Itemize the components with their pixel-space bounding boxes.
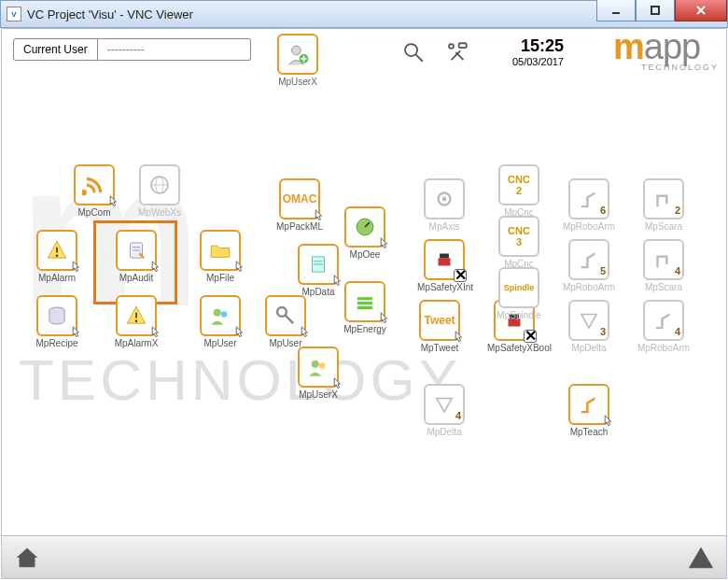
roboarm-icon [577, 187, 601, 211]
user-add-icon [286, 42, 310, 66]
cursor-icon [598, 414, 615, 431]
mpalarmx-button[interactable]: MpAlarmX [109, 295, 163, 348]
svg-line-12 [455, 52, 463, 60]
vnc-logo-icon: V [7, 7, 21, 21]
svg-point-24 [135, 319, 137, 321]
window-title: VC Project 'Visu' - VNC Viewer [27, 7, 193, 21]
mproboarm5-button[interactable]: 5 MpRoboArm [562, 239, 616, 292]
x-badge: ✕ [524, 330, 537, 343]
mprecipe-button[interactable]: MpRecipe [30, 295, 84, 348]
time: 15:25 [497, 36, 564, 56]
globe-icon [147, 173, 172, 197]
mpsafetyxint-button[interactable]: ✕ MpSafetyXInt [417, 239, 471, 292]
mpalarm-button[interactable]: MpAlarm [30, 230, 84, 283]
window-titlebar: V VC Project 'Visu' - VNC Viewer [0, 0, 728, 28]
mproboarm6-button[interactable]: 6 MpRoboArm [562, 178, 616, 232]
mproboarm4-button[interactable]: 4 MpRoboArm [637, 300, 691, 353]
mpscara4-button[interactable]: 4 MpScara [637, 239, 691, 292]
svg-point-37 [319, 362, 326, 369]
alert-button[interactable] [687, 544, 715, 574]
safety-icon [432, 248, 456, 272]
home-button[interactable] [13, 544, 41, 574]
footer [2, 535, 726, 578]
tools-icon [445, 40, 469, 64]
svg-line-9 [415, 54, 422, 61]
cursor-icon [374, 311, 391, 328]
close-button[interactable] [675, 0, 727, 21]
current-user-label: Current User [13, 38, 98, 61]
date: 05/03/2017 [497, 56, 564, 67]
mpdelta3-button[interactable]: 3 MpDelta [562, 300, 616, 353]
roboarm-icon [651, 308, 676, 332]
mpcom-button[interactable]: MpCom [67, 164, 121, 218]
cursor-icon [146, 325, 162, 342]
mpdelta-dim-button[interactable]: 4 MpDelta [417, 384, 471, 437]
svg-point-36 [312, 361, 319, 368]
datetime: 15:25 05/03/2017 [497, 36, 564, 67]
svg-point-25 [214, 309, 221, 317]
mptweet-button[interactable]: Tweet MpTweet [413, 300, 467, 353]
cursor-icon [230, 325, 246, 342]
omac-badge: OMAC [283, 192, 317, 205]
svg-rect-40 [439, 258, 451, 265]
cursor-icon [374, 236, 391, 253]
cursor-icon [66, 325, 83, 342]
maximize-button[interactable] [636, 0, 675, 21]
svg-point-4 [292, 46, 301, 55]
mpcnc2-button[interactable]: CNC2 MpCnc [492, 164, 546, 218]
scara-icon [651, 248, 676, 272]
svg-point-26 [221, 311, 228, 318]
search-button[interactable] [401, 40, 426, 67]
spindle-badge: Spindle [504, 283, 535, 292]
gear-icon [432, 187, 456, 211]
mpuserx2-button[interactable]: MpUserX [291, 347, 345, 400]
mppackml-button[interactable]: OMAC MpPackML [273, 178, 327, 232]
cursor-icon [449, 330, 466, 347]
svg-rect-33 [357, 297, 372, 300]
settings-button[interactable] [445, 40, 469, 67]
mpspindle-button[interactable]: Spindle MpSpindle [492, 267, 546, 320]
svg-rect-41 [440, 254, 449, 259]
current-user-field[interactable]: Current User ---------- [13, 38, 251, 61]
mpfile-button[interactable]: MpFile [193, 230, 247, 283]
cursor-icon [230, 260, 246, 276]
svg-rect-34 [357, 302, 372, 304]
warning-icon [687, 544, 715, 572]
tweet-badge: Tweet [424, 314, 455, 327]
svg-rect-11 [459, 43, 467, 48]
svg-point-18 [56, 254, 58, 256]
mpuserx-header-button[interactable]: MpUserX [277, 34, 318, 87]
icon-canvas: MpCom MpWebXs MpAlarm MpAudit MpFile MpR… [2, 85, 726, 541]
svg-point-39 [442, 197, 447, 202]
cursor-icon [104, 194, 120, 211]
header: Current User ---------- MpUserX [2, 29, 726, 76]
app-content: Current User ---------- MpUserX [1, 28, 727, 579]
mpteach-button[interactable]: MpTeach [562, 384, 616, 437]
current-user-value: ---------- [98, 38, 251, 61]
mpuser-button[interactable]: MpUser [193, 295, 247, 348]
scara-icon [651, 187, 676, 211]
mpcnc3-button[interactable]: CNC3 MpCnc [492, 216, 546, 269]
cursor-icon [66, 260, 83, 276]
roboarm-icon [577, 248, 601, 272]
delta-icon [577, 308, 601, 332]
mpuser2-button[interactable]: MpUser [259, 295, 313, 348]
x-badge: ✕ [454, 269, 467, 282]
home-icon [13, 544, 41, 572]
cursor-icon [295, 325, 312, 342]
mpenergy-button[interactable]: MpEnergy [338, 281, 392, 334]
mpscara2-button[interactable]: 2 MpScara [637, 178, 691, 232]
svg-point-13 [449, 44, 454, 49]
search-icon [401, 40, 426, 64]
mpoee-button[interactable]: MpOee [338, 206, 392, 260]
minimize-button[interactable] [596, 0, 636, 21]
mpwebxs-button[interactable]: MpWebXs [133, 164, 187, 218]
mpaxis-button[interactable]: MpAxis [417, 178, 471, 232]
mapp-logo: mapp TECHNOLOGY [613, 31, 719, 72]
cursor-icon [328, 376, 344, 393]
svg-rect-35 [357, 306, 372, 309]
mpaudit-button[interactable]: MpAudit [109, 230, 163, 283]
delta-icon [432, 392, 456, 417]
svg-rect-1 [651, 7, 659, 14]
cursor-icon [309, 208, 326, 225]
